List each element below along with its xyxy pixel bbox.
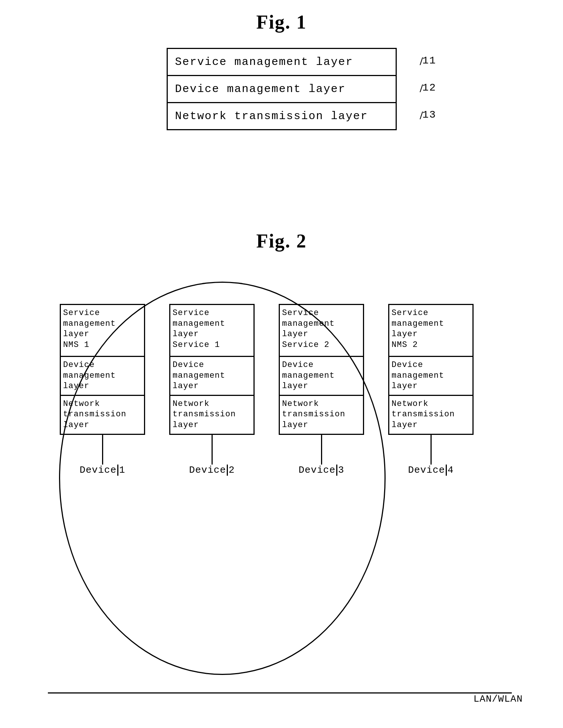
fig1-label-12: 12	[422, 82, 436, 94]
device1-device-layer: Device management layer	[61, 357, 144, 396]
device1-label: Device1	[79, 465, 125, 476]
device3-device-layer: Device management layer	[280, 357, 363, 396]
device1-service-layer: Service management layer NMS 1	[61, 305, 144, 357]
fig1-row-device: Device management layer / 12	[168, 76, 396, 103]
fig1-section: Fig. 1 Service management layer / 11 Dev…	[0, 11, 563, 130]
device4-device-layer: Device management layer	[389, 357, 472, 396]
device3-label: Device3	[298, 465, 344, 476]
fig1-row-service: Service management layer / 11	[168, 49, 396, 76]
device3-network-layer: Network transmission layer	[280, 396, 363, 434]
lan-wlan-label: LAN/WLAN	[474, 693, 523, 705]
device4-vline	[431, 435, 432, 465]
fig1-label-11: 11	[422, 55, 436, 66]
fig1-diagram: Service management layer / 11 Device man…	[167, 48, 397, 130]
device3-vline	[321, 435, 322, 465]
devices-container: Service management layer NMS 1 Device ma…	[48, 304, 515, 476]
fig2-diagram: Service management layer NMS 1 Device ma…	[40, 274, 523, 705]
fig1-title: Fig. 1	[0, 11, 563, 33]
device4-network-layer: Network transmission layer	[389, 396, 472, 434]
device2-label: Device2	[189, 465, 235, 476]
device4-label: Device4	[408, 465, 454, 476]
device-col-2: Service management layer Service 1 Devic…	[157, 304, 267, 476]
base-line	[48, 692, 512, 693]
fig1-service-layer-text: Service management layer	[175, 56, 353, 68]
device-box-1: Service management layer NMS 1 Device ma…	[60, 304, 145, 435]
fig1-network-layer-text: Network transmission layer	[175, 110, 368, 122]
fig2-section: Fig. 2 Service management layer NMS 1 De…	[0, 230, 563, 706]
device2-device-layer: Device management layer	[170, 357, 253, 396]
device2-service-layer: Service management layer Service 1	[170, 305, 253, 357]
device4-service-layer: Service management layer NMS 2	[389, 305, 472, 357]
fig2-title: Fig. 2	[0, 230, 563, 252]
fig1-label-13: 13	[422, 109, 436, 121]
fig1-device-layer-text: Device management layer	[175, 83, 346, 95]
device1-vline	[102, 435, 103, 465]
device2-vline	[212, 435, 213, 465]
device1-network-layer: Network transmission layer	[61, 396, 144, 434]
device-box-4: Service management layer NMS 2 Device ma…	[388, 304, 474, 435]
fig1-row-network: Network transmission layer / 13	[168, 103, 396, 129]
device-box-2: Service management layer Service 1 Devic…	[169, 304, 255, 435]
fig1-layer-box: Service management layer / 11 Device man…	[167, 48, 397, 130]
device-col-4: Service management layer NMS 2 Device ma…	[376, 304, 486, 476]
device-col-1: Service management layer NMS 1 Device ma…	[48, 304, 157, 476]
device-col-3: Service management layer Service 2 Devic…	[267, 304, 376, 476]
device3-service-layer: Service management layer Service 2	[280, 305, 363, 357]
device-box-3: Service management layer Service 2 Devic…	[279, 304, 364, 435]
device2-network-layer: Network transmission layer	[170, 396, 253, 434]
